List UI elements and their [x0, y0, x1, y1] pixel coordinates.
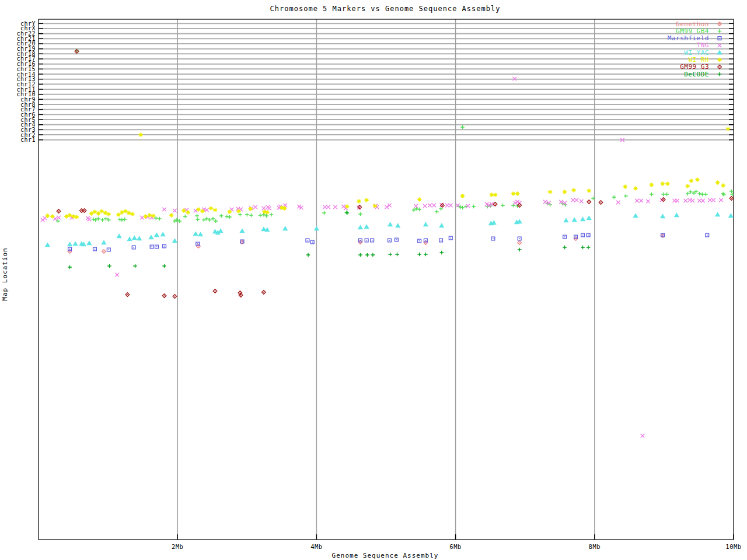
data-point-wi-yac	[149, 236, 153, 239]
data-point-tng	[571, 198, 575, 202]
data-point-wi-yac	[358, 226, 362, 229]
data-point-tng	[543, 200, 547, 204]
data-point-wi-rh	[120, 210, 124, 215]
data-point-tng	[646, 200, 650, 204]
data-point-wi-rh	[130, 212, 135, 216]
data-point-gm99-gb4	[245, 213, 249, 217]
legend-label-gm99-gb4: GM99 GB4	[676, 27, 709, 35]
data-point-gm99-gb4	[689, 190, 693, 194]
legend-label-decode: DeCODE	[684, 71, 709, 78]
data-point-marshfield	[155, 245, 159, 249]
data-point-wi-rh	[587, 188, 591, 193]
data-point-decode	[417, 253, 421, 257]
data-point-wi-yac	[265, 228, 269, 232]
data-point-tng	[639, 199, 643, 203]
plot-frame-group	[39, 19, 734, 540]
data-point-tng	[719, 198, 723, 202]
data-point-wi-yac	[424, 223, 428, 226]
data-point-gm99-gb4	[358, 212, 362, 216]
legend-label-gm99-g3: GM99 G3	[680, 63, 709, 71]
data-point-wi-yac	[396, 224, 400, 228]
data-point-wi-yac	[365, 225, 369, 229]
data-point-gm99-gb4	[196, 218, 200, 222]
data-point-decode	[395, 253, 399, 257]
data-point-wi-rh	[64, 214, 69, 219]
data-point-wi-yac	[102, 241, 106, 244]
data-point-wi-rh	[633, 186, 638, 191]
data-point-marshfield	[132, 246, 135, 249]
data-point-marshfield	[93, 247, 97, 251]
data-point-wi-rh	[116, 212, 121, 217]
data-point-gm99-gb4	[249, 214, 253, 218]
data-point-wi-rh	[695, 177, 700, 182]
data-point-wi-yac	[729, 214, 733, 218]
data-point-wi-yac	[74, 242, 78, 246]
data-point-wi-yac	[137, 237, 141, 240]
gridlines-group	[39, 19, 734, 540]
data-point-decode	[345, 211, 350, 215]
data-point-tng	[284, 204, 288, 208]
x-tick-label-10Mb: 10Mb	[725, 543, 741, 550]
x-tick-label-2Mb: 2Mb	[172, 543, 183, 550]
data-point-wi-yac	[194, 232, 198, 236]
data-point-tng	[708, 198, 712, 202]
data-point-decode	[388, 253, 392, 257]
data-point-wi-yac	[388, 223, 392, 226]
data-point-gm99-gb4	[697, 192, 701, 196]
data-point-wi-yac	[634, 214, 638, 218]
plot-border	[39, 19, 734, 540]
data-point-marshfield	[150, 245, 153, 249]
data-point-decode	[581, 246, 585, 250]
data-point-wi-rh	[213, 208, 218, 212]
data-point-gm99-gb4	[123, 218, 127, 222]
data-point-decode	[439, 251, 444, 255]
data-point-wi-rh	[169, 213, 174, 218]
data-point-decode	[306, 253, 310, 257]
series-tng	[41, 77, 723, 438]
data-point-wi-yac	[283, 227, 287, 230]
data-point-wi-yac	[661, 215, 665, 218]
data-point-gm99-g3	[162, 294, 166, 298]
data-point-gm99-gb4	[686, 192, 690, 196]
data-point-decode	[365, 253, 369, 257]
data-point-wi-yac	[128, 237, 132, 241]
data-point-wi-yac	[46, 243, 50, 247]
data-point-marshfield	[418, 239, 421, 243]
data-point-gm99-gb4	[118, 218, 122, 222]
data-point-tng	[326, 205, 330, 209]
legend-label-wi-rh: WI RH	[688, 56, 709, 64]
data-point-gm99-gb4	[417, 208, 421, 212]
series-wi-rh	[46, 127, 731, 219]
data-point-marshfield	[449, 236, 452, 240]
data-point-marshfield	[365, 239, 368, 242]
data-point-gm99-gb4	[661, 192, 665, 197]
data-point-wi-yac	[675, 214, 679, 217]
data-point-tng	[428, 204, 432, 208]
x-tick-label-6Mb: 6Mb	[449, 543, 461, 550]
data-point-wi-rh	[209, 206, 214, 211]
data-point-wi-rh	[689, 178, 694, 183]
data-point-gm99-gb4	[120, 218, 124, 222]
data-point-tng	[88, 218, 92, 222]
data-point-marshfield	[306, 239, 309, 242]
legend-marker-decode-plus-icon	[718, 72, 722, 76]
data-point-tng	[57, 216, 61, 220]
data-point-marshfield	[395, 238, 398, 242]
data-point-tng	[414, 204, 418, 208]
data-point-tng	[162, 208, 166, 212]
data-point-gm99-g3	[493, 202, 497, 206]
legend-marker-wi-yac-triangle-icon	[718, 51, 722, 54]
x-tick-label-4Mb: 4Mb	[310, 543, 322, 550]
data-point-tng	[267, 206, 271, 211]
data-point-tng	[616, 201, 620, 205]
chart-title: Chromosome 5 Markers vs Genome Sequence …	[270, 5, 501, 13]
data-point-wi-yac	[155, 233, 159, 237]
legend-label-genethon: Genethon	[676, 20, 709, 28]
data-point-gm99-gb4	[92, 218, 96, 222]
data-point-wi-rh	[75, 215, 79, 219]
data-point-wi-yac	[715, 213, 720, 216]
y-axis-title: Map Location	[1, 247, 9, 300]
data-point-marshfield	[587, 233, 590, 237]
data-point-gm99-gb4	[228, 215, 232, 219]
data-point-gm99-g3	[57, 209, 61, 214]
